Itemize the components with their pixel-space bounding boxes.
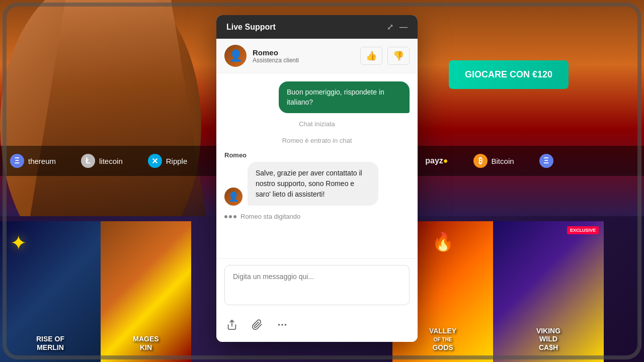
minimize-button[interactable]: — [399,23,408,32]
system-message-chat-started: Chat iniziata [224,118,410,130]
payment-ripple: ✕ Ripple [148,154,188,168]
chat-title: Live Support [226,23,276,32]
svg-point-1 [282,324,283,325]
share-button[interactable] [224,317,239,335]
thumbs-down-button[interactable]: 👎 [387,47,410,65]
thumbs-up-button[interactable]: 👍 [360,47,382,65]
merlin-decoration: ✦ [10,231,27,254]
user-message-1: ✓ Buon pomeriggio, rispondete in italian… [224,81,410,113]
system-message-agent-joined: Romeo è entrato in chat [224,135,410,146]
agent-message-text-1: Salve, grazie per aver contattato il nos… [256,169,362,198]
game-vikings-wild[interactable]: Exclusive VIKINGWILDCA$H [493,221,604,362]
valley-decoration: 🔥 [432,231,454,252]
payment-payz: payz● [425,156,448,165]
payz-label: payz● [425,156,448,165]
user-bubble-1: ✓ Buon pomeriggio, rispondete in italian… [279,81,410,113]
agent-avatar: 👤 [224,45,247,67]
system-text-1: Chat iniziata [299,120,335,128]
typing-text: Romeo sta digitando [240,213,300,220]
ripple-icon: ✕ [148,154,162,168]
typing-indicator: Romeo sta digitando [224,211,410,222]
game-merlin-title: RISE OFMERLIN [0,335,101,352]
bitcoin-label: Bitcoin [492,157,514,165]
agent-message-1: 👤 Salve, grazie per aver contattato il n… [224,162,410,206]
game-mages-title: MAGESKIN [101,335,191,352]
more-options-button[interactable] [275,317,290,335]
typing-dot-3 [233,215,236,218]
ethereum-label: thereum [28,157,56,165]
payment-litecoin: Ł litecoin [81,154,123,168]
attachment-button[interactable] [250,317,265,335]
ethereum-icon: Ξ [10,154,24,168]
svg-point-3 [279,324,280,325]
typing-dots [224,215,236,218]
message-input[interactable] [224,265,410,305]
bitcoin-icon: ₿ [473,154,488,168]
expand-button[interactable]: ⤢ [387,22,393,32]
game-vikings-title: VIKINGWILDCA$H [493,327,604,352]
chat-toolbar [216,313,418,342]
agent-actions: 👍 👎 [360,47,410,65]
cta-button[interactable]: GIOCARE CON €120 [449,60,569,89]
ripple-label: Ripple [166,157,188,165]
typing-dot-1 [224,215,227,218]
svg-point-2 [285,324,286,325]
message-checkmark: ✓ [271,104,275,111]
payment-eth2: Ξ [539,154,553,168]
agent-msg-avatar: 👤 [224,188,243,206]
agent-role: Assistenza clienti [253,57,354,64]
agent-message-label: Romeo [224,151,410,159]
game-mages-king[interactable]: MAGESKIN [101,221,191,362]
exclusive-badge: Exclusive [567,226,599,234]
litecoin-icon: Ł [81,154,95,168]
chat-input-area [216,258,418,313]
eth2-icon: Ξ [539,154,553,168]
system-text-2: Romeo è entrato in chat [282,137,352,144]
chat-header-controls: ⤢ — [387,22,408,32]
typing-dot-2 [229,215,232,218]
agent-name: Romeo [253,48,354,57]
user-message-text-1: Buon pomeriggio, rispondete in italiano? [287,88,384,106]
game-rise-of-merlin[interactable]: ✦ RISE OFMERLIN [0,221,101,362]
litecoin-label: litecoin [99,157,123,165]
chat-messages[interactable]: ✓ Buon pomeriggio, rispondete in italian… [216,73,418,258]
payment-bitcoin: ₿ Bitcoin [473,154,514,168]
agent-info: Romeo Assistenza clienti [253,48,354,64]
chat-header: Live Support ⤢ — [216,15,418,39]
toolbar-icons [224,317,290,335]
payment-ethereum: Ξ thereum [10,154,56,168]
agent-bubble-1: Salve, grazie per aver contattato il nos… [248,162,378,206]
agent-bar: 👤 Romeo Assistenza clienti 👍 👎 [216,39,418,73]
chat-window: Live Support ⤢ — 👤 Romeo Assistenza clie… [216,15,418,342]
